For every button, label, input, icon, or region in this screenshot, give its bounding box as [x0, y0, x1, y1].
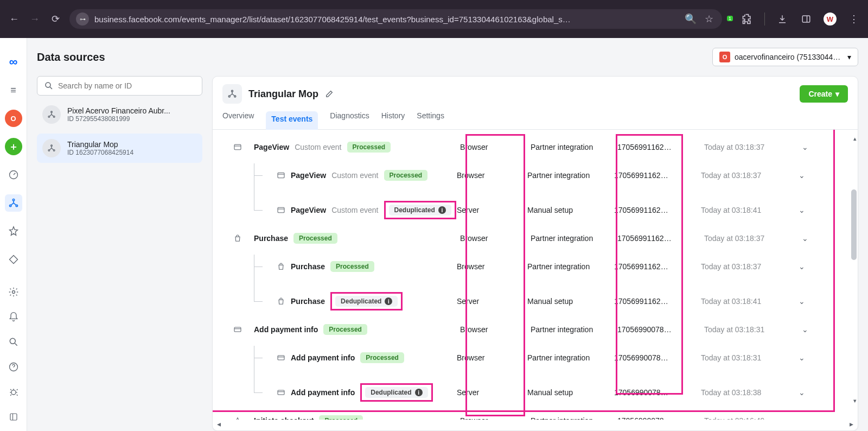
reload-icon[interactable]: ⟳ [49, 12, 62, 26]
horizontal-scrollbar[interactable]: ◂ ▸ [213, 420, 858, 430]
svg-point-15 [48, 150, 50, 151]
expand-chevron-icon[interactable]: ⌄ [799, 353, 815, 362]
tab-diagnostics[interactable]: Diagnostics [330, 111, 369, 129]
event-row[interactable]: PageViewCustom eventProcessed Browser Pa… [218, 158, 852, 193]
event-time: Today at 03:18:41 [701, 297, 799, 306]
event-setup: Partner integration [531, 234, 617, 243]
scrollbar-thumb[interactable] [851, 189, 857, 260]
forward-icon[interactable]: → [28, 12, 41, 26]
star-icon[interactable] [5, 223, 22, 240]
expand-chevron-icon[interactable]: ⌄ [802, 234, 818, 243]
status-badge-processed: Processed [319, 415, 363, 420]
expand-chevron-icon[interactable]: ⌄ [802, 416, 818, 420]
add-icon[interactable]: ＋ [5, 138, 22, 155]
gear-icon[interactable] [5, 283, 22, 301]
menu-dots-icon[interactable]: ⋮ [847, 12, 860, 26]
back-icon[interactable]: ← [8, 12, 21, 26]
event-row[interactable]: PageViewCustom eventDeduplicated i Serve… [218, 193, 852, 227]
window-icon [277, 206, 285, 214]
search-input[interactable] [37, 76, 202, 96]
account-selector[interactable]: O oacervofinanceiro (75133044610… ▾ [712, 48, 858, 66]
data-sources-icon[interactable] [5, 194, 22, 212]
url-bar[interactable]: ⊶ business.facebook.com/events_manager2/… [69, 9, 722, 29]
status-badge-processed: Processed [384, 170, 428, 181]
gauge-icon[interactable] [5, 166, 22, 183]
tree-connector [244, 198, 270, 222]
sidepanel-icon[interactable] [800, 12, 813, 26]
event-source: Browser [457, 171, 527, 180]
event-time: Today at 03:18:37 [701, 171, 799, 180]
event-name: Add payment info [291, 353, 355, 362]
expand-chevron-icon[interactable]: ⌄ [799, 388, 815, 397]
expand-chevron-icon[interactable]: ⌄ [799, 297, 815, 306]
event-setup: Partner integration [527, 353, 614, 362]
sidebar-item-dataset[interactable]: Pixel Acervo Financeiro Aubr... ID 57295… [37, 100, 202, 129]
tabs: OverviewTest eventsDiagnosticsHistorySet… [213, 104, 858, 130]
scroll-left-icon[interactable]: ◂ [217, 420, 221, 428]
extensions-icon[interactable] [741, 12, 754, 26]
svg-point-2 [12, 199, 14, 201]
site-info-icon[interactable]: ⊶ [76, 12, 89, 26]
event-row[interactable]: Add payment infoProcessed Browser Partne… [218, 340, 852, 375]
tab-overview[interactable]: Overview [222, 111, 254, 129]
expand-chevron-icon[interactable]: ⌄ [802, 325, 818, 334]
create-button[interactable]: Create ▾ [800, 85, 848, 103]
dataset-id: ID 1623077068425914 [67, 149, 197, 156]
account-label: oacervofinanceiro (75133044610… [735, 53, 843, 61]
event-source: Server [457, 206, 527, 214]
collapse-icon[interactable] [5, 408, 22, 426]
event-source: Browser [460, 325, 531, 334]
tab-test-events[interactable]: Test events [266, 111, 318, 130]
expand-chevron-icon[interactable]: ⌄ [799, 206, 815, 214]
svg-point-16 [53, 150, 55, 151]
menu-icon[interactable]: ≡ [5, 81, 22, 99]
sidebar-item-dataset[interactable]: Triangular Mop ID 1623077068425914 [37, 134, 202, 163]
scroll-down-icon[interactable]: ▾ [853, 397, 857, 404]
profile-avatar-icon[interactable]: W [824, 12, 837, 26]
diamond-icon[interactable] [5, 251, 22, 268]
edit-icon[interactable] [325, 90, 334, 98]
left-rail: ∞ ≡ O ＋ [0, 38, 27, 431]
scroll-up-icon[interactable]: ▴ [853, 135, 857, 142]
event-setup: Partner integration [527, 262, 614, 271]
bookmark-icon[interactable]: ☆ [703, 12, 716, 26]
svg-point-19 [234, 96, 236, 97]
download-icon[interactable] [776, 12, 789, 26]
search-field[interactable] [58, 81, 195, 90]
event-id: 17056990078… [614, 388, 701, 397]
search-icon[interactable]: 🔍 [684, 12, 697, 26]
info-icon: i [438, 206, 446, 214]
event-source: Server [457, 388, 527, 397]
event-row[interactable]: Add payment infoDeduplicated i Server Ma… [218, 375, 852, 410]
status-badge-processed: Processed [293, 233, 337, 244]
page-title: Data sources [37, 51, 105, 64]
tab-settings[interactable]: Settings [417, 111, 444, 129]
event-name: Initiate checkout [254, 416, 314, 420]
bell-icon[interactable] [5, 308, 22, 326]
tree-connector [244, 381, 270, 404]
expand-chevron-icon[interactable]: ⌄ [799, 262, 815, 271]
bug-icon[interactable] [5, 383, 22, 401]
event-time: Today at 03:18:31 [701, 353, 799, 362]
help-icon[interactable] [5, 358, 22, 376]
event-row[interactable]: PurchaseDeduplicated i Server Manual set… [218, 284, 852, 319]
svg-point-12 [48, 116, 50, 118]
basket-icon [221, 416, 254, 420]
expand-chevron-icon[interactable]: ⌄ [802, 143, 818, 151]
event-row[interactable]: Initiate checkoutProcessed Browser Partn… [218, 410, 852, 420]
search-rail-icon[interactable] [5, 333, 22, 351]
meta-logo-icon[interactable]: ∞ [5, 53, 22, 71]
scroll-right-icon[interactable]: ▸ [850, 420, 853, 428]
event-row[interactable]: Add payment infoProcessed Browser Partne… [218, 319, 852, 340]
tab-history[interactable]: History [381, 111, 405, 129]
event-setup: Manual setup [527, 388, 614, 397]
event-row[interactable]: PageViewCustom eventProcessed Browser Pa… [218, 136, 852, 158]
event-row[interactable]: PurchaseProcessed Browser Partner integr… [218, 227, 852, 249]
event-source: Browser [460, 143, 531, 151]
expand-chevron-icon[interactable]: ⌄ [799, 171, 815, 180]
info-icon: i [415, 389, 423, 396]
dataset-name: Pixel Acervo Financeiro Aubr... [67, 106, 197, 115]
org-avatar[interactable]: O [5, 110, 22, 127]
svg-rect-23 [234, 327, 241, 332]
event-row[interactable]: PurchaseProcessed Browser Partner integr… [218, 249, 852, 284]
